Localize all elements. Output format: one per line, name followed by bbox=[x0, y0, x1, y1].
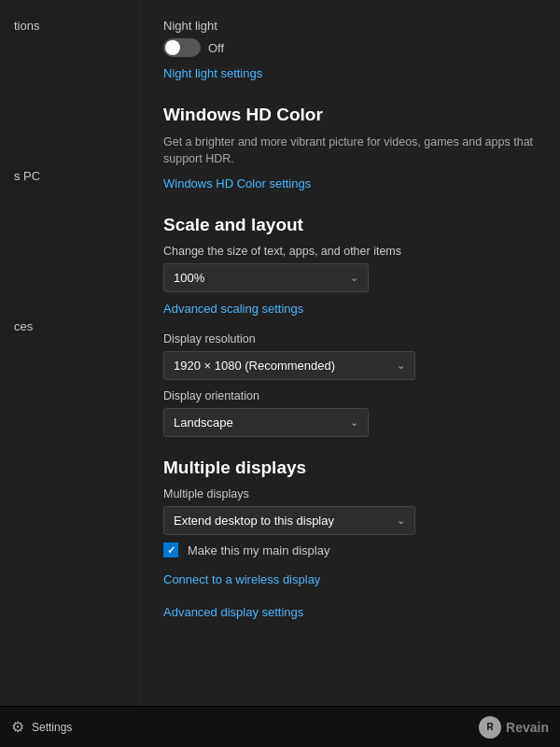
scale-value: 100% bbox=[174, 271, 204, 285]
orientation-dropdown[interactable]: Landscape ⌄ bbox=[163, 408, 369, 437]
resolution-label: Display resolution bbox=[163, 332, 537, 345]
change-size-label: Change the size of text, apps, and other… bbox=[163, 245, 537, 258]
multiple-displays-dropdown-arrow: ⌄ bbox=[397, 514, 405, 527]
scale-layout-header: Scale and layout bbox=[163, 215, 537, 235]
resolution-value: 1920 × 1080 (Recommended) bbox=[174, 359, 335, 373]
resolution-dropdown[interactable]: 1920 × 1080 (Recommended) ⌄ bbox=[163, 351, 415, 380]
taskbar: ⚙ Settings R Revain bbox=[0, 706, 560, 747]
windows-hd-color-section: Windows HD Color Get a brighter and more… bbox=[163, 105, 537, 207]
resolution-dropdown-arrow: ⌄ bbox=[397, 359, 405, 372]
main-content: Night light Off Night light settings Win… bbox=[140, 0, 560, 706]
night-light-toggle-row: Off bbox=[163, 38, 537, 57]
multiple-displays-label: Multiple displays bbox=[163, 487, 537, 500]
multiple-displays-value: Extend desktop to this display bbox=[174, 514, 334, 528]
revain-logo: R bbox=[479, 716, 501, 739]
toggle-knob bbox=[165, 40, 180, 55]
sidebar-item-label: ces bbox=[14, 319, 33, 333]
sidebar-item-pc[interactable]: s PC bbox=[0, 160, 139, 192]
taskbar-settings-label: Settings bbox=[32, 721, 72, 734]
gear-icon: ⚙ bbox=[11, 718, 24, 736]
night-light-section: Night light Off Night light settings bbox=[163, 19, 537, 97]
night-light-label: Night light bbox=[163, 19, 537, 33]
sidebar-item-tions[interactable]: tions bbox=[0, 9, 139, 42]
revain-watermark: R Revain bbox=[479, 716, 549, 739]
main-display-checkbox-label: Make this my main display bbox=[188, 543, 329, 557]
multiple-displays-header: Multiple displays bbox=[163, 458, 537, 478]
revain-label: Revain bbox=[506, 720, 549, 735]
orientation-value: Landscape bbox=[174, 416, 233, 430]
main-display-checkbox-row[interactable]: Make this my main display bbox=[163, 543, 537, 557]
main-display-checkbox[interactable] bbox=[163, 543, 178, 557]
toggle-state-label: Off bbox=[208, 41, 224, 55]
sidebar-item-ces[interactable]: ces bbox=[0, 310, 139, 343]
sidebar-item-label: tions bbox=[14, 19, 39, 33]
advanced-display-link[interactable]: Advanced display settings bbox=[163, 605, 303, 619]
windows-hd-color-link[interactable]: Windows HD Color settings bbox=[163, 176, 311, 190]
wireless-display-link[interactable]: Connect to a wireless display bbox=[163, 572, 320, 586]
orientation-label: Display orientation bbox=[163, 389, 537, 402]
windows-hd-color-header: Windows HD Color bbox=[163, 105, 537, 125]
night-light-toggle[interactable] bbox=[163, 38, 201, 57]
scale-layout-section: Scale and layout Change the size of text… bbox=[163, 215, 537, 437]
sidebar-item-label: s PC bbox=[14, 169, 40, 183]
windows-hd-color-description: Get a brighter and more vibrant picture … bbox=[163, 134, 537, 167]
multiple-displays-dropdown[interactable]: Extend desktop to this display ⌄ bbox=[163, 506, 415, 535]
advanced-scaling-link[interactable]: Advanced scaling settings bbox=[163, 302, 303, 316]
taskbar-settings[interactable]: ⚙ Settings bbox=[11, 718, 72, 736]
multiple-displays-section: Multiple displays Multiple displays Exte… bbox=[163, 458, 537, 636]
night-light-settings-link[interactable]: Night light settings bbox=[163, 66, 262, 80]
scale-dropdown[interactable]: 100% ⌄ bbox=[163, 263, 369, 292]
scale-dropdown-arrow: ⌄ bbox=[350, 272, 358, 284]
sidebar: tions s PC ces bbox=[0, 0, 140, 706]
orientation-dropdown-arrow: ⌄ bbox=[350, 416, 358, 429]
